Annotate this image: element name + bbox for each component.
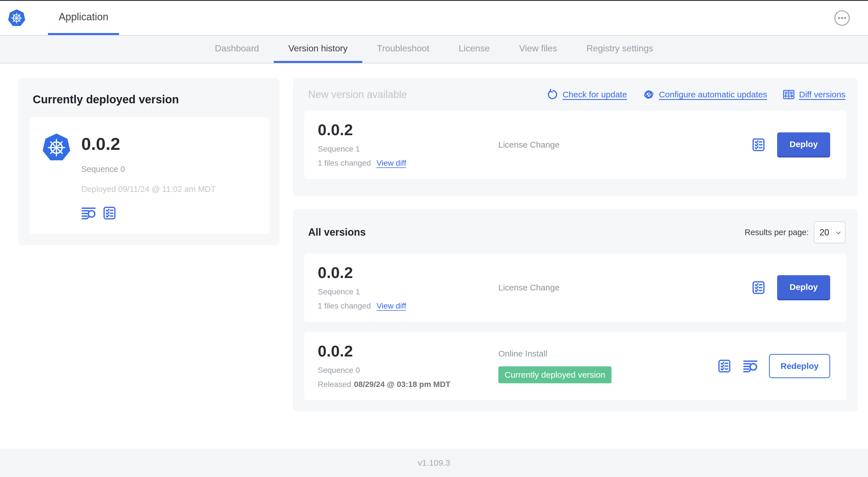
- auto-update-clock-icon: [643, 89, 655, 100]
- main-content: Currently deployed version 0.0.2 Sequenc…: [0, 63, 868, 412]
- tab-registry-settings[interactable]: Registry settings: [572, 35, 668, 63]
- release-notes-label: License Change: [498, 283, 751, 292]
- tab-troubleshoot[interactable]: Troubleshoot: [362, 35, 444, 63]
- more-options-button[interactable]: [834, 10, 850, 26]
- deploy-button[interactable]: Deploy: [777, 132, 830, 157]
- version-info: 0.0.2 Sequence 1 1 files changed View di…: [318, 122, 498, 168]
- checklist-icon: [102, 206, 117, 220]
- logs-magnifier-icon: [81, 206, 96, 220]
- view-diff-link[interactable]: View diff: [376, 301, 406, 310]
- console-version: v1.109.3: [417, 458, 450, 468]
- ellipsis-icon: [834, 10, 850, 26]
- refresh-icon: [546, 89, 558, 100]
- version-actions: Deploy: [751, 275, 830, 300]
- results-per-page-label: Results per page:: [745, 228, 809, 237]
- app-logo-icon: [42, 133, 70, 163]
- preflight-checks-button[interactable]: [102, 206, 117, 220]
- version-sequence: Sequence 1: [318, 287, 498, 296]
- logs-magnifier-icon: [743, 359, 758, 374]
- all-versions-title: All versions: [308, 226, 366, 238]
- footer: v1.109.3: [0, 448, 868, 477]
- deployed-version-details: 0.0.2 Sequence 0 Deployed 09/11/24 @ 11:…: [81, 133, 216, 220]
- all-versions-panel: All versions Results per page: 20 0.0.2 …: [293, 209, 858, 412]
- redeploy-button[interactable]: Redeploy: [769, 354, 830, 378]
- new-version-panel: New version available Check for update C…: [293, 78, 858, 196]
- preflight-checks-button[interactable]: [717, 359, 732, 374]
- new-version-card: 0.0.2 Sequence 1 1 files changed View di…: [304, 111, 846, 179]
- version-info: 0.0.2 Sequence 0 Released08/29/24 @ 03:1…: [318, 343, 498, 389]
- tab-dashboard[interactable]: Dashboard: [200, 35, 274, 63]
- all-versions-header: All versions Results per page: 20: [304, 221, 846, 243]
- version-sequence: Sequence 0: [318, 366, 498, 375]
- deployed-sequence: Sequence 0: [81, 165, 216, 174]
- files-changed: 1 files changed: [318, 159, 371, 168]
- check-for-update-label: Check for update: [562, 90, 627, 99]
- results-per-page-select-wrap: 20: [814, 221, 845, 243]
- released-date: 08/29/24 @ 03:18 pm MDT: [354, 380, 451, 389]
- version-sequence: Sequence 1: [318, 145, 498, 153]
- currently-deployed-card: 0.0.2 Sequence 0 Deployed 09/11/24 @ 11:…: [29, 117, 269, 234]
- deploy-button[interactable]: Deploy: [777, 275, 830, 300]
- version-number: 0.0.2: [318, 265, 498, 280]
- diff-versions-link[interactable]: Diff versions: [783, 89, 845, 100]
- new-version-header: New version available Check for update C…: [304, 89, 846, 100]
- currently-deployed-badge: Currently deployed version: [498, 366, 612, 383]
- tab-view-files[interactable]: View files: [504, 35, 572, 63]
- deployed-version-number: 0.0.2: [81, 135, 216, 153]
- currently-deployed-panel: Currently deployed version 0.0.2 Sequenc…: [18, 78, 279, 245]
- version-number: 0.0.2: [318, 343, 498, 359]
- version-number: 0.0.2: [318, 122, 498, 138]
- deployed-timestamp: Deployed 09/11/24 @ 11:02 am MDT: [81, 185, 216, 194]
- version-meta: 1 files changed View diff: [318, 301, 498, 310]
- released-line: Released08/29/24 @ 03:18 pm MDT: [318, 380, 498, 389]
- check-for-update-link[interactable]: Check for update: [546, 89, 627, 100]
- view-diff-link[interactable]: View diff: [376, 159, 406, 168]
- version-info: 0.0.2 Sequence 1 1 files changed View di…: [318, 265, 498, 310]
- version-status: Online Install Currently deployed versio…: [498, 349, 717, 383]
- deployed-actions: [81, 206, 216, 220]
- new-version-title: New version available: [308, 89, 407, 100]
- files-changed: 1 files changed: [318, 301, 371, 310]
- preflight-checks-button[interactable]: [751, 280, 766, 295]
- install-type-label: Online Install: [498, 349, 547, 358]
- deploy-logs-button[interactable]: [743, 359, 758, 374]
- results-per-page: Results per page: 20: [745, 221, 845, 243]
- kubernetes-logo-icon: [8, 1, 25, 35]
- diff-versions-label: Diff versions: [799, 90, 845, 99]
- right-column: New version available Check for update C…: [293, 78, 858, 412]
- update-actions: Check for update Configure automatic upd…: [546, 89, 845, 100]
- released-label: Released: [318, 380, 351, 389]
- release-notes-label: License Change: [498, 140, 751, 150]
- tab-version-history[interactable]: Version history: [274, 35, 362, 63]
- checklist-icon: [751, 138, 766, 152]
- tab-license[interactable]: License: [444, 35, 504, 63]
- checklist-icon: [717, 359, 732, 374]
- release-notes-button[interactable]: [81, 206, 96, 220]
- version-actions: Redeploy: [717, 354, 830, 378]
- diff-icon: [783, 89, 795, 100]
- version-row: 0.0.2 Sequence 0 Released08/29/24 @ 03:1…: [304, 332, 846, 400]
- results-per-page-select[interactable]: 20: [814, 221, 845, 243]
- configure-automatic-updates-link[interactable]: Configure automatic updates: [643, 89, 767, 100]
- version-meta: 1 files changed View diff: [318, 159, 498, 168]
- preflight-checks-button[interactable]: [751, 138, 766, 152]
- checklist-icon: [751, 280, 766, 295]
- currently-deployed-title: Currently deployed version: [33, 93, 269, 106]
- app-tab[interactable]: Application: [48, 1, 119, 35]
- app-header: Application: [0, 1, 868, 35]
- configure-automatic-updates-label: Configure automatic updates: [659, 90, 767, 99]
- version-row: 0.0.2 Sequence 1 1 files changed View di…: [304, 254, 846, 322]
- page-nav: Dashboard Version history Troubleshoot L…: [0, 35, 868, 63]
- app-tab-label: Application: [59, 11, 108, 23]
- version-actions: Deploy: [751, 132, 830, 157]
